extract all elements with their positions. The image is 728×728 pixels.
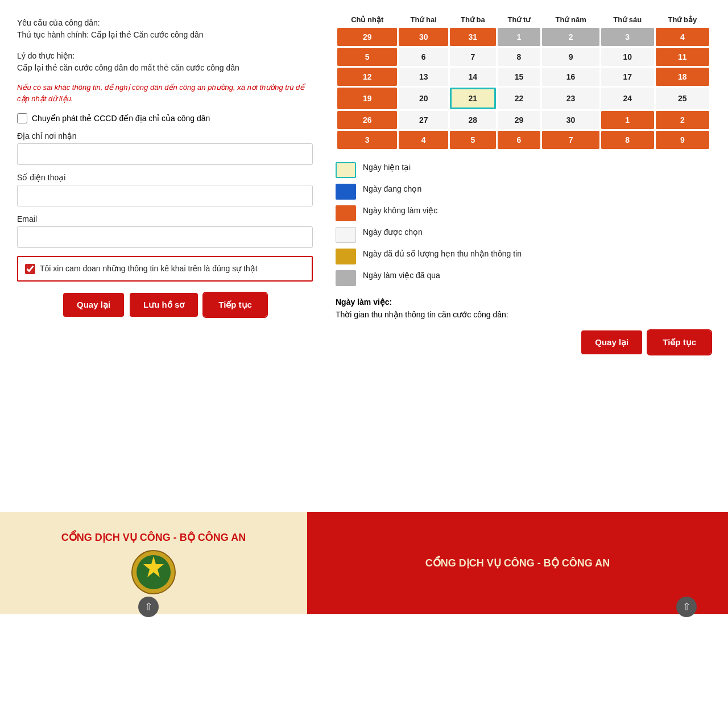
calendar-day: 18 <box>656 68 709 86</box>
calendar-day[interactable]: 29 <box>498 111 541 129</box>
legend-box <box>336 249 356 264</box>
legend-item: Ngày được chọn <box>336 227 711 243</box>
reason-value: Cấp lại thẻ căn cước công dân do mất thẻ… <box>17 62 313 74</box>
calendar-day: 2 <box>656 111 709 129</box>
calendar-day[interactable]: 10 <box>601 48 654 66</box>
legend-box <box>336 162 356 178</box>
confirm-checkbox[interactable] <box>25 264 35 274</box>
save-button[interactable]: Lưu hồ sơ <box>130 293 198 317</box>
phone-group: Số điện thoại <box>17 173 313 206</box>
continue-button-right[interactable]: Tiếp tục <box>648 330 711 354</box>
calendar-day: 4 <box>656 28 709 46</box>
email-group: Email <box>17 214 313 248</box>
calendar-header: Thứ năm <box>542 13 599 26</box>
scroll-up-left[interactable]: ⇧ <box>138 597 159 617</box>
calendar-day[interactable]: 6 <box>399 48 448 66</box>
calendar-header: Thứ hai <box>399 13 448 26</box>
warning-text: Nếu có sai khác thông tin, đề nghị công … <box>17 82 313 104</box>
confirm-checkbox-row: Tôi xin cam đoan những thông tin kê khai… <box>17 256 313 282</box>
procedure-line: Thủ tục hành chính: Cấp lại thẻ Căn cước… <box>17 29 313 41</box>
footer-right: CỔNG DỊCH VỤ CÔNG - BỘ CÔNG AN <box>307 512 728 614</box>
calendar-day[interactable]: 20 <box>399 88 448 109</box>
legend: Ngày hiện tạiNgày đang chọnNgày không là… <box>336 162 711 286</box>
calendar-day: 4 <box>399 131 448 149</box>
legend-item: Ngày hiện tại <box>336 162 711 178</box>
calendar-day[interactable]: 24 <box>601 88 654 109</box>
calendar-day: 29 <box>337 28 397 46</box>
address-label: Địa chỉ nơi nhận <box>17 131 313 140</box>
footer-emblem <box>131 549 176 595</box>
left-button-row: Quay lại Lưu hồ sơ Tiếp tục <box>17 293 313 317</box>
calendar-day: 3 <box>337 131 397 149</box>
right-panel: Chủ nhậtThứ haiThứ baThứ tưThứ nămThứ sá… <box>330 11 717 512</box>
calendar-day: 5 <box>337 48 397 66</box>
calendar-table: Chủ nhậtThứ haiThứ baThứ tưThứ nămThứ sá… <box>336 11 711 151</box>
email-input[interactable] <box>17 226 313 248</box>
calendar-day: 11 <box>656 48 709 66</box>
calendar-day[interactable]: 15 <box>498 68 541 86</box>
legend-item: Ngày đã đủ số lượng hẹn thu nhận thông t… <box>336 249 711 264</box>
phone-input[interactable] <box>17 185 313 206</box>
calendar-header: Thứ ba <box>450 13 495 26</box>
reception-label: Thời gian thu nhận thông tin căn cước cô… <box>336 310 711 319</box>
procedure-info: Yêu cầu của công dân: Thủ tục hành chính… <box>17 17 313 74</box>
calendar-day: 31 <box>450 28 495 46</box>
legend-text: Ngày được chọn <box>363 227 423 238</box>
calendar-day: 6 <box>498 131 541 149</box>
calendar-day[interactable]: 30 <box>542 111 599 129</box>
calendar-header: Thứ tư <box>498 13 541 26</box>
scroll-up-right[interactable]: ⇧ <box>676 597 697 617</box>
calendar-day: 1 <box>601 111 654 129</box>
footer-right-title: CỔNG DỊCH VỤ CÔNG - BỘ CÔNG AN <box>425 557 610 569</box>
delivery-checkbox[interactable] <box>17 113 27 123</box>
legend-text: Ngày hiện tại <box>363 162 411 173</box>
calendar-day: 9 <box>656 131 709 149</box>
email-label: Email <box>17 214 313 224</box>
calendar-header: Chủ nhật <box>337 13 397 26</box>
legend-text: Ngày không làm việc <box>363 205 437 217</box>
calendar-day: 1 <box>498 28 541 46</box>
legend-box <box>336 205 356 221</box>
left-panel: Yêu cầu của công dân: Thủ tục hành chính… <box>11 11 318 512</box>
delivery-checkbox-label: Chuyển phát thẻ CCCD đến địa chỉ của côn… <box>32 114 210 123</box>
calendar-day: 26 <box>337 111 397 129</box>
calendar-day: 7 <box>542 131 599 149</box>
calendar-day: 12 <box>337 68 397 86</box>
calendar-day[interactable]: 22 <box>498 88 541 109</box>
calendar-day[interactable]: 28 <box>450 111 495 129</box>
legend-text: Ngày làm việc đã qua <box>363 270 440 282</box>
calendar-day[interactable]: 21 <box>450 88 495 109</box>
calendar-day[interactable]: 16 <box>542 68 599 86</box>
calendar-day: 19 <box>337 88 397 109</box>
calendar-day[interactable]: 8 <box>498 48 541 66</box>
calendar-header: Thứ bảy <box>656 13 709 26</box>
continue-button-left[interactable]: Tiếp tục <box>204 293 267 317</box>
right-button-row: Quay lại Tiếp tục <box>336 330 711 354</box>
calendar-day[interactable]: 17 <box>601 68 654 86</box>
calendar-day: 2 <box>542 28 599 46</box>
footer-left-title: CỔNG DỊCH VỤ CÔNG - BỘ CÔNG AN <box>61 531 246 544</box>
calendar-day[interactable]: 23 <box>542 88 599 109</box>
calendar-day[interactable]: 9 <box>542 48 599 66</box>
address-input[interactable] <box>17 143 313 165</box>
legend-box <box>336 227 356 243</box>
calendar-day: 5 <box>450 131 495 149</box>
legend-item: Ngày đang chọn <box>336 184 711 200</box>
reason-label: Lý do thực hiện: <box>17 50 313 62</box>
calendar-day[interactable]: 14 <box>450 68 495 86</box>
back-button-left[interactable]: Quay lại <box>63 293 124 317</box>
legend-item: Ngày làm việc đã qua <box>336 270 711 286</box>
phone-label: Số điện thoại <box>17 173 313 182</box>
legend-box <box>336 270 356 286</box>
legend-box <box>336 184 356 200</box>
footer: CỔNG DỊCH VỤ CÔNG - BỘ CÔNG AN CỔNG DỊCH… <box>0 512 728 614</box>
calendar-day[interactable]: 25 <box>656 88 709 109</box>
calendar-day[interactable]: 7 <box>450 48 495 66</box>
calendar-day[interactable]: 13 <box>399 68 448 86</box>
back-button-right[interactable]: Quay lại <box>581 330 642 354</box>
legend-text: Ngày đã đủ số lượng hẹn thu nhận thông t… <box>363 249 522 260</box>
calendar-day[interactable]: 27 <box>399 111 448 129</box>
calendar-day: 3 <box>601 28 654 46</box>
workday-label: Ngày làm việc: <box>336 297 711 307</box>
calendar-day: 8 <box>601 131 654 149</box>
